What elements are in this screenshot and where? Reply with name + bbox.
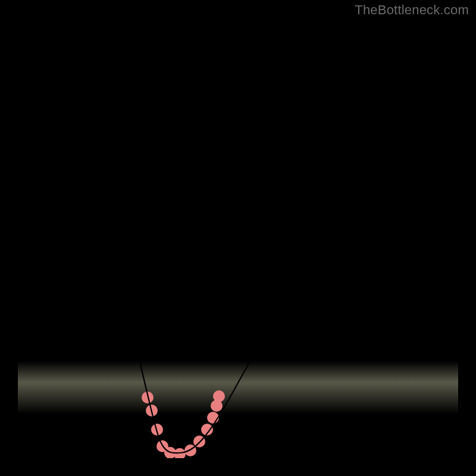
data-point-marker — [213, 390, 225, 402]
bottleneck-curve — [43, 18, 458, 453]
marker-group — [142, 390, 225, 458]
watermark-text: TheBottleneck.com — [355, 2, 469, 18]
plot-area — [18, 18, 458, 458]
chart-svg — [18, 18, 458, 458]
chart-frame: TheBottleneck.com — [0, 0, 476, 476]
